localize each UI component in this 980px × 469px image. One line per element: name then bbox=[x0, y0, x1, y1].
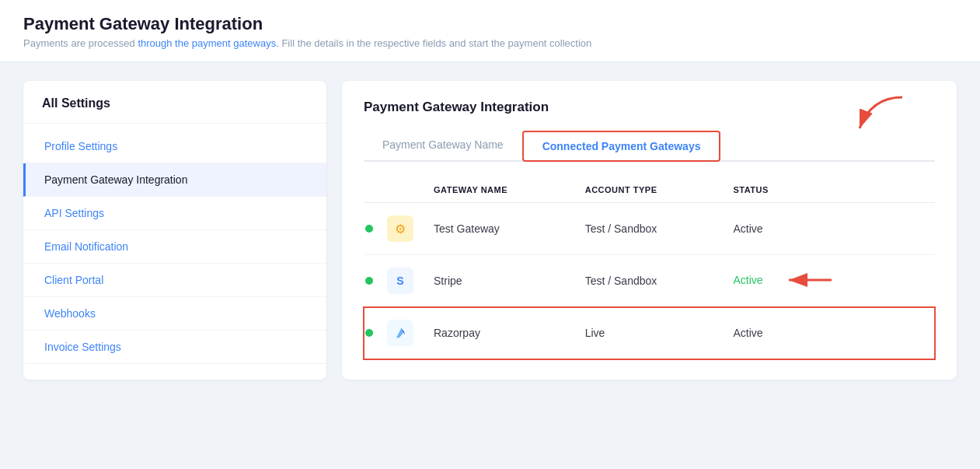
row-name-stripe: Stripe bbox=[434, 255, 585, 307]
sidebar-item-payment-gateway[interactable]: Payment Gateway Integration bbox=[23, 163, 326, 197]
sidebar: All Settings Profile Settings Payment Ga… bbox=[23, 81, 326, 380]
table-row: ⚙ Test Gateway Test / Sandbox Active bbox=[364, 203, 935, 255]
row-name-razorpay: Razorpay bbox=[434, 307, 585, 359]
table-row-highlighted: Razorpay Live Active bbox=[364, 307, 935, 359]
tab-connected-gateways[interactable]: Connected Payment Gateways bbox=[522, 131, 721, 162]
sidebar-heading: All Settings bbox=[23, 96, 326, 124]
main-panel: Payment Gateway Integration Payment Gate… bbox=[342, 81, 957, 380]
annotation-arrow-right bbox=[781, 268, 835, 294]
row-icon-test: ⚙ bbox=[387, 203, 434, 255]
col-header-icon bbox=[387, 177, 434, 203]
row-status-razorpay: Active bbox=[733, 307, 935, 359]
row-account-test: Test / Sandbox bbox=[585, 203, 734, 255]
row-icon-razorpay bbox=[387, 307, 434, 359]
sidebar-item-profile-settings[interactable]: Profile Settings bbox=[23, 130, 326, 163]
row-account-razorpay: Live bbox=[585, 307, 734, 359]
gateway-table: GATEWAY NAME ACCOUNT TYPE STATUS bbox=[364, 177, 935, 359]
panel-title: Payment Gateway Integration bbox=[364, 100, 935, 115]
sidebar-item-email-notification[interactable]: Email Notification bbox=[23, 230, 326, 264]
gateway-icon-razorpay bbox=[387, 320, 413, 346]
row-dot-test bbox=[364, 203, 387, 255]
row-status-stripe: Active bbox=[733, 255, 935, 307]
page-title: Payment Gateway Integration bbox=[23, 14, 957, 34]
top-bar: Payment Gateway Integration Payments are… bbox=[0, 0, 980, 62]
row-icon-stripe: S bbox=[387, 255, 434, 307]
row-status-test: Active bbox=[733, 203, 935, 255]
tab-gateway-name[interactable]: Payment Gateway Name bbox=[364, 131, 522, 162]
row-account-stripe: Test / Sandbox bbox=[585, 255, 734, 307]
sidebar-item-api-settings[interactable]: API Settings bbox=[23, 197, 326, 230]
tab-bar: Payment Gateway Name Connected Payment G… bbox=[364, 131, 935, 162]
col-header-dot bbox=[364, 177, 387, 203]
table-row: S Stripe Test / Sandbox Active bbox=[364, 255, 935, 307]
main-content: All Settings Profile Settings Payment Ga… bbox=[0, 62, 980, 398]
row-dot-razorpay bbox=[364, 307, 387, 359]
status-dot bbox=[365, 329, 373, 337]
sidebar-item-invoice-settings[interactable]: Invoice Settings bbox=[23, 331, 326, 364]
status-dot bbox=[365, 225, 373, 233]
gateway-icon-test: ⚙ bbox=[387, 215, 413, 242]
row-name-test: Test Gateway bbox=[434, 203, 585, 255]
col-header-gateway-name: GATEWAY NAME bbox=[434, 177, 585, 203]
col-header-account-type: ACCOUNT TYPE bbox=[585, 177, 734, 203]
sidebar-item-webhooks[interactable]: Webhooks bbox=[23, 297, 326, 331]
status-dot bbox=[365, 277, 373, 285]
row-dot-stripe bbox=[364, 255, 387, 307]
col-header-status: STATUS bbox=[733, 177, 935, 203]
table-header-row: GATEWAY NAME ACCOUNT TYPE STATUS bbox=[364, 177, 935, 203]
subtitle-highlight: through the payment gateways. bbox=[138, 37, 278, 49]
page-subtitle: Payments are processed through the payme… bbox=[23, 37, 957, 49]
sidebar-item-client-portal[interactable]: Client Portal bbox=[23, 264, 326, 297]
gateway-icon-stripe: S bbox=[387, 268, 413, 294]
